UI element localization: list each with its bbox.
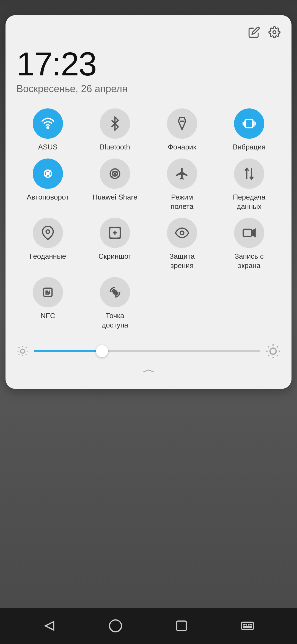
brightness-row: [16, 344, 280, 359]
tile-label-screenrec: Запись с экрана: [235, 252, 264, 271]
svg-marker-58: [45, 621, 54, 630]
tile-icon-datatransfer: [234, 159, 264, 189]
tile-eyecare[interactable]: Защита зрения: [151, 218, 213, 271]
panel-top-actions: [16, 26, 280, 39]
clock-date: Воскресенье, 26 апреля: [16, 83, 280, 95]
tile-screenrec[interactable]: Запись с экрана: [218, 218, 280, 271]
svg-point-39: [114, 292, 116, 293]
svg-line-52: [268, 346, 269, 347]
tile-label-flightmode: Режим полета: [171, 193, 194, 211]
keyboard-button[interactable]: [240, 619, 255, 634]
tile-vibration[interactable]: Вибрация: [218, 108, 280, 152]
quick-settings-panel: 17:23 Воскресенье, 26 апреля ASUS Blueto…: [6, 15, 292, 389]
tile-autorotate[interactable]: Автоповорот: [16, 159, 79, 211]
brightness-slider[interactable]: [34, 350, 260, 352]
tile-label-screenshot: Скриншот: [98, 252, 131, 261]
tile-icon-flashlight: [167, 108, 197, 139]
tile-asus[interactable]: ASUS: [16, 108, 79, 152]
tile-label-vibration: Вибрация: [233, 143, 265, 152]
quick-tiles-grid: ASUS Bluetooth Фонарик Вибрация Автопово…: [16, 108, 280, 330]
svg-point-49: [270, 348, 276, 354]
svg-line-48: [26, 347, 27, 348]
recents-button[interactable]: [174, 619, 189, 634]
tile-bluetooth[interactable]: Bluetooth: [84, 108, 146, 152]
panel-handle[interactable]: [16, 367, 280, 375]
tile-label-huaweishare: Huawei Share: [92, 193, 137, 202]
tile-icon-asus: [33, 108, 63, 139]
navigation-bar: [0, 608, 297, 644]
svg-line-57: [277, 346, 278, 347]
svg-point-12: [273, 31, 276, 34]
tile-label-bluetooth: Bluetooth: [100, 143, 130, 152]
tile-flashlight[interactable]: Фонарик: [151, 108, 213, 152]
settings-button[interactable]: [268, 26, 280, 39]
tile-label-datatransfer: Передача данных: [233, 193, 266, 211]
svg-point-59: [109, 620, 121, 632]
tile-nfc[interactable]: NFC: [16, 277, 79, 330]
svg-marker-36: [252, 229, 255, 236]
tile-hotspot[interactable]: Точка доступа: [84, 277, 146, 330]
tile-icon-geodata: [33, 218, 63, 248]
tile-label-hotspot: Точка доступа: [102, 311, 128, 330]
tile-huaweishare[interactable]: Huawei Share: [84, 159, 146, 211]
tile-icon-vibration: [234, 108, 264, 139]
tile-icon-huaweishare: [100, 159, 130, 189]
home-button[interactable]: [108, 619, 123, 634]
tile-icon-flightmode: [167, 159, 197, 189]
edit-button[interactable]: [248, 26, 260, 39]
svg-point-24: [47, 172, 49, 175]
svg-point-13: [47, 127, 49, 129]
svg-marker-14: [178, 118, 186, 129]
back-button[interactable]: [42, 619, 57, 634]
svg-line-43: [19, 347, 20, 348]
tile-datatransfer[interactable]: Передача данных: [218, 159, 280, 211]
svg-line-47: [19, 354, 20, 355]
tile-screenshot[interactable]: Скриншот: [84, 218, 146, 271]
brightness-low-icon: [16, 345, 29, 357]
tile-label-geodata: Геоданные: [30, 252, 66, 261]
svg-line-53: [277, 355, 278, 356]
tile-geodata[interactable]: Геоданные: [16, 218, 79, 271]
tile-icon-screenrec: [234, 218, 264, 248]
tile-icon-bluetooth: [100, 108, 130, 139]
svg-point-30: [46, 230, 50, 234]
svg-line-44: [26, 354, 27, 355]
svg-rect-16: [246, 119, 253, 128]
clock-time: 17:23: [16, 47, 280, 80]
tile-label-flashlight: Фонарик: [168, 143, 196, 152]
tile-icon-nfc: [33, 277, 63, 307]
svg-line-56: [268, 355, 269, 356]
tile-icon-screenshot: [100, 218, 130, 248]
tile-icon-eyecare: [167, 218, 197, 248]
tile-flightmode[interactable]: Режим полета: [151, 159, 213, 211]
svg-rect-60: [177, 621, 186, 631]
svg-point-40: [21, 349, 25, 353]
svg-rect-61: [241, 622, 253, 629]
tile-label-asus: ASUS: [38, 143, 58, 152]
brightness-high-icon: [266, 344, 280, 359]
svg-rect-35: [243, 229, 251, 236]
svg-point-34: [180, 231, 184, 235]
tile-icon-hotspot: [100, 277, 130, 307]
tile-icon-autorotate: [33, 159, 63, 189]
tile-label-autorotate: Автоповорот: [27, 193, 69, 202]
tile-label-nfc: NFC: [40, 311, 55, 321]
tile-label-eyecare: Защита зрения: [169, 252, 195, 271]
